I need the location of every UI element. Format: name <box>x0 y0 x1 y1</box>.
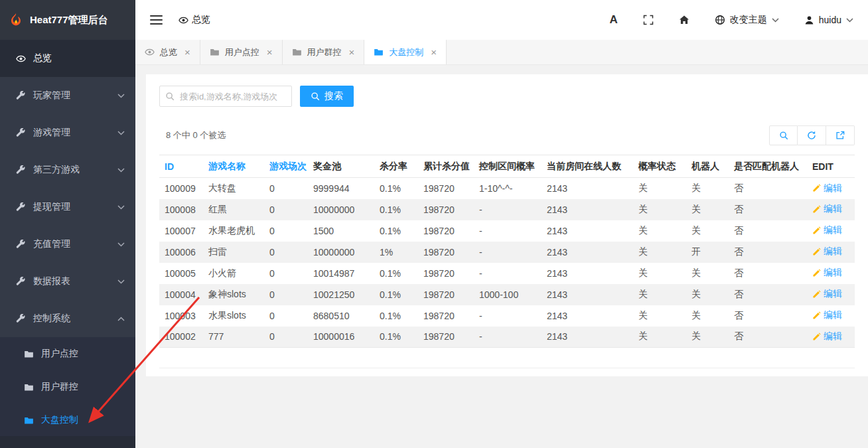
table-cell: 水果slots <box>203 305 264 327</box>
chevron-down-icon <box>117 131 125 135</box>
edit-link[interactable]: 编辑 <box>812 246 842 258</box>
edit-link-label: 编辑 <box>824 246 842 258</box>
table-cell: 开 <box>686 242 729 263</box>
edit-link[interactable]: 编辑 <box>812 331 842 342</box>
sidebar-item-overview[interactable]: 总览 <box>0 40 135 77</box>
table-cell: - <box>474 220 542 242</box>
pencil-icon <box>812 311 821 320</box>
theme-menu-label: 改变主题 <box>730 14 767 26</box>
folder-icon <box>24 415 34 425</box>
tab-label: 用户群控 <box>307 46 342 58</box>
sidebar-item-label: 第三方游戏 <box>33 164 80 176</box>
table-row: 100004象神slots0100212500.1%1987201000-100… <box>159 284 855 305</box>
table-cell: 198720 <box>418 220 474 242</box>
table-cell: 2143 <box>542 263 633 284</box>
edit-link[interactable]: 编辑 <box>812 288 842 300</box>
table-export-button[interactable] <box>826 125 855 145</box>
app-title: Heat777管理后台 <box>30 14 108 27</box>
data-table: ID游戏名称游戏场次奖金池杀分率累计杀分值控制区间概率当前房间在线人数概率状态机… <box>159 155 855 348</box>
tab-user-group-control[interactable]: 用户群控× <box>283 40 365 64</box>
search-box <box>159 86 292 107</box>
close-icon[interactable]: × <box>184 47 190 57</box>
table-cell: 关 <box>686 220 729 242</box>
pencil-icon <box>812 290 821 299</box>
edit-link-label: 编辑 <box>824 183 842 194</box>
edit-link[interactable]: 编辑 <box>812 203 842 215</box>
edit-link[interactable]: 编辑 <box>812 309 842 321</box>
sidebar-item-data-reports[interactable]: 数据报表 <box>0 263 135 300</box>
sidebar-item-recharge-management[interactable]: 充值管理 <box>0 226 135 263</box>
eye-icon <box>145 47 155 57</box>
chevron-down-icon <box>117 279 125 284</box>
table-cell-edit: 编辑 <box>807 327 855 348</box>
sidebar-item-label: 玩家管理 <box>33 90 70 102</box>
sidebar-item-user-point-control[interactable]: 用户点控 <box>0 337 135 370</box>
table-cell: 否 <box>729 263 807 284</box>
tab-user-point-control[interactable]: 用户点控× <box>200 40 283 64</box>
table-cell: 100003 <box>159 305 203 327</box>
table-cell: 0 <box>264 327 308 348</box>
table-cell: 否 <box>729 305 807 327</box>
tab-overview[interactable]: 总览× <box>135 40 200 64</box>
search-button[interactable]: 搜索 <box>300 86 354 107</box>
table-cell: 关 <box>633 220 686 242</box>
table-cell: 9999944 <box>308 178 374 199</box>
table-search-button[interactable] <box>769 125 798 145</box>
sidebar-item-withdrawal-management[interactable]: 提现管理 <box>0 188 135 226</box>
edit-link[interactable]: 编辑 <box>812 267 842 279</box>
sidebar-item-label: 大盘控制 <box>41 414 78 426</box>
edit-link[interactable]: 编辑 <box>812 224 842 236</box>
column-header[interactable]: 游戏名称 <box>203 155 264 178</box>
table-header-row: ID游戏名称游戏场次奖金池杀分率累计杀分值控制区间概率当前房间在线人数概率状态机… <box>159 155 855 178</box>
column-header: 概率状态 <box>633 155 686 178</box>
table-row: 100005小火箭0100149870.1%198720-2143关关否编辑 <box>159 263 855 284</box>
sidebar-item-user-group-control[interactable]: 用户群控 <box>0 370 135 404</box>
close-icon[interactable]: × <box>349 47 355 57</box>
font-size-icon[interactable]: A <box>609 13 617 27</box>
table-cell: 小火箭 <box>203 263 264 284</box>
search-input[interactable] <box>159 86 292 107</box>
table-row: 100003水果slots086805100.1%198720-2143关关否编… <box>159 305 855 327</box>
sidebar-item-third-party-games[interactable]: 第三方游戏 <box>0 151 135 188</box>
table-refresh-button[interactable] <box>798 125 826 145</box>
theme-menu[interactable]: 改变主题 <box>715 14 779 26</box>
column-header[interactable]: ID <box>159 155 203 178</box>
chevron-up-icon <box>117 317 125 321</box>
table-row: 100006扫雷0100000001%198720-2143关开否编辑 <box>159 242 855 263</box>
table-cell: 2143 <box>542 178 633 199</box>
fullscreen-icon[interactable] <box>643 15 654 25</box>
close-icon[interactable]: × <box>431 47 437 57</box>
table-row: 100007水果老虎机015000.1%198720-2143关关否编辑 <box>159 220 855 242</box>
pencil-icon <box>812 184 821 192</box>
home-icon[interactable] <box>679 15 689 25</box>
column-header[interactable]: 游戏场次 <box>264 155 308 178</box>
table-cell: 2143 <box>542 199 633 220</box>
sidebar-item-dashboard-control[interactable]: 大盘控制 <box>0 404 135 436</box>
table-cell: 0.1% <box>374 199 418 220</box>
table-toolbar: 8 个中 0 个被选 <box>159 117 855 155</box>
user-menu[interactable]: huidu <box>804 15 853 25</box>
table-cell: 1500 <box>308 220 374 242</box>
table-cell: 0.1% <box>374 220 418 242</box>
tab-label: 总览 <box>160 46 177 58</box>
search-row: 搜索 <box>159 84 855 117</box>
tab-dashboard-control[interactable]: 大盘控制× <box>364 40 447 64</box>
wrench-icon <box>16 91 26 101</box>
close-icon[interactable]: × <box>267 47 273 57</box>
column-header: 累计杀分值 <box>418 155 474 178</box>
table-cell: 否 <box>729 242 807 263</box>
menu-toggle-icon[interactable] <box>150 15 163 25</box>
table-cell-edit: 编辑 <box>807 178 855 199</box>
topnav-overview[interactable]: 总览 <box>179 14 210 26</box>
table-cell-edit: 编辑 <box>807 220 855 242</box>
sidebar-item-control-system[interactable]: 控制系统 <box>0 300 135 337</box>
selection-count: 8 个中 0 个被选 <box>159 129 226 141</box>
sidebar-item-label: 用户群控 <box>41 381 78 393</box>
edit-link[interactable]: 编辑 <box>812 183 842 194</box>
sidebar-item-game-management[interactable]: 游戏管理 <box>0 114 135 151</box>
sidebar-item-player-management[interactable]: 玩家管理 <box>0 77 135 114</box>
sidebar-submenu: 用户点控用户群控大盘控制 <box>0 337 135 436</box>
table-cell: 关 <box>686 178 729 199</box>
chevron-down-icon <box>117 94 125 98</box>
table-cell-edit: 编辑 <box>807 305 855 327</box>
